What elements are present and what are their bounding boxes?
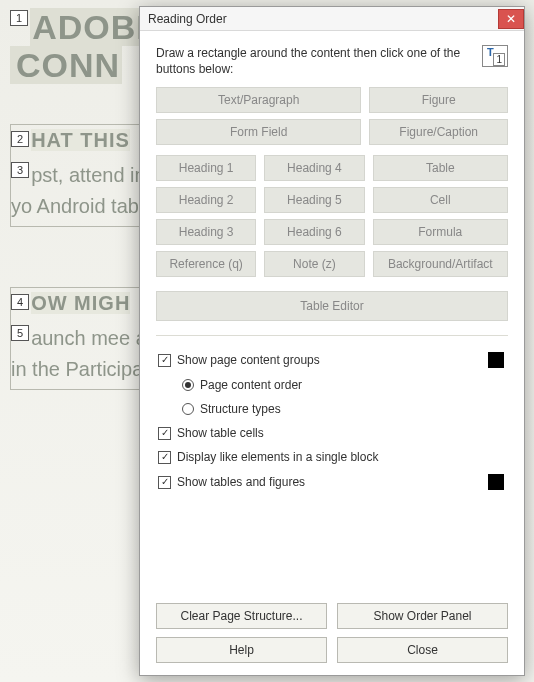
single-block-checkbox[interactable] bbox=[158, 451, 171, 464]
show-table-cells-checkbox[interactable] bbox=[158, 427, 171, 440]
heading2-button[interactable]: Heading 2 bbox=[156, 187, 256, 213]
cell-button[interactable]: Cell bbox=[373, 187, 508, 213]
close-icon[interactable]: ✕ bbox=[498, 9, 524, 29]
close-button[interactable]: Close bbox=[337, 637, 508, 663]
heading5-button[interactable]: Heading 5 bbox=[264, 187, 364, 213]
form-field-button[interactable]: Form Field bbox=[156, 119, 361, 145]
show-groups-checkbox[interactable] bbox=[158, 354, 171, 367]
figure-button[interactable]: Figure bbox=[369, 87, 508, 113]
background-artifact-button[interactable]: Background/Artifact bbox=[373, 251, 508, 277]
show-order-panel-button[interactable]: Show Order Panel bbox=[337, 603, 508, 629]
help-button[interactable]: Help bbox=[156, 637, 327, 663]
show-tables-figures-checkbox[interactable] bbox=[158, 476, 171, 489]
formula-button[interactable]: Formula bbox=[373, 219, 508, 245]
dialog-intro-text: Draw a rectangle around the content then… bbox=[156, 45, 474, 77]
dialog-titlebar[interactable]: Reading Order ✕ bbox=[140, 7, 524, 31]
single-block-label: Display like elements in a single block bbox=[177, 450, 378, 464]
order-tag-1[interactable]: 1 bbox=[10, 10, 28, 26]
order-tag-5[interactable]: 5 bbox=[11, 325, 29, 341]
table-button[interactable]: Table bbox=[373, 155, 508, 181]
tables-color-swatch[interactable] bbox=[488, 474, 504, 490]
clear-page-structure-button[interactable]: Clear Page Structure... bbox=[156, 603, 327, 629]
separator bbox=[156, 335, 508, 336]
tag-sample-icon bbox=[482, 45, 508, 67]
show-groups-label: Show page content groups bbox=[177, 353, 320, 367]
dialog-title: Reading Order bbox=[148, 12, 227, 26]
heading1-button[interactable]: Heading 1 bbox=[156, 155, 256, 181]
groups-color-swatch[interactable] bbox=[488, 352, 504, 368]
structure-types-label: Structure types bbox=[200, 402, 281, 416]
doc-heading-2: HAT THIS bbox=[31, 129, 130, 151]
order-tag-4[interactable]: 4 bbox=[11, 294, 29, 310]
page-content-order-radio[interactable] bbox=[182, 379, 194, 391]
doc-heading-4: OW MIGH bbox=[31, 292, 130, 314]
heading3-button[interactable]: Heading 3 bbox=[156, 219, 256, 245]
text-paragraph-button[interactable]: Text/Paragraph bbox=[156, 87, 361, 113]
structure-types-radio[interactable] bbox=[182, 403, 194, 415]
show-table-cells-label: Show table cells bbox=[177, 426, 264, 440]
order-tag-3[interactable]: 3 bbox=[11, 162, 29, 178]
heading4-button[interactable]: Heading 4 bbox=[264, 155, 364, 181]
page-content-order-label: Page content order bbox=[200, 378, 302, 392]
table-editor-button[interactable]: Table Editor bbox=[156, 291, 508, 321]
figure-caption-button[interactable]: Figure/Caption bbox=[369, 119, 508, 145]
show-tables-figures-label: Show tables and figures bbox=[177, 475, 305, 489]
doc-title-line2: CONN bbox=[10, 46, 122, 84]
heading6-button[interactable]: Heading 6 bbox=[264, 219, 364, 245]
reference-button[interactable]: Reference (q) bbox=[156, 251, 256, 277]
note-button[interactable]: Note (z) bbox=[264, 251, 364, 277]
reading-order-dialog: Reading Order ✕ Draw a rectangle around … bbox=[139, 6, 525, 676]
order-tag-2[interactable]: 2 bbox=[11, 131, 29, 147]
